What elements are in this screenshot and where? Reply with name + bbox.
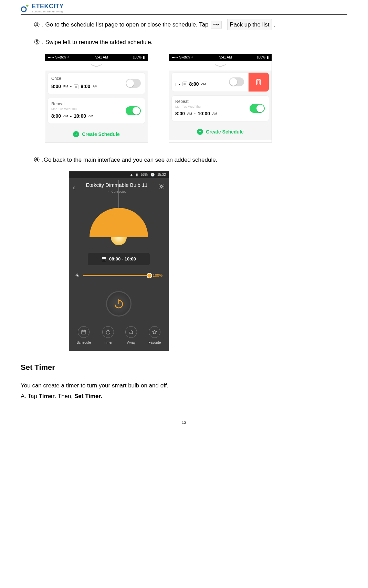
create-schedule-button[interactable]: + Create Schedule <box>172 125 269 138</box>
day-icon: ▦ <box>74 84 78 89</box>
collapse-glyph: 〜 <box>211 21 222 29</box>
sheet-handle[interactable] <box>169 61 272 71</box>
nav-timer[interactable]: Timer <box>102 326 114 345</box>
battery-icon: ▮ <box>267 55 269 60</box>
step-4-pretext: . Go to the schedule list page to open o… <box>42 20 209 29</box>
power-button[interactable] <box>106 291 132 317</box>
signal-icon: ▲ <box>130 172 133 178</box>
away-icon <box>128 329 134 335</box>
brand-name: ETEKCITY <box>32 3 64 10</box>
phone-screenshot-right: •••••Sketchᯤ 9:41 AM 100%▮ ı- ▦ <box>169 54 272 142</box>
trash-icon <box>255 78 262 86</box>
bottom-nav: Schedule Timer Away Favorite <box>69 323 169 351</box>
schedule-card-once[interactable]: Once 8:00PM - ▦ 8:00AM <box>48 73 145 94</box>
status-time: 9:41 AM <box>95 55 108 60</box>
delete-schedule-button[interactable] <box>248 73 269 91</box>
battery-icon: ▮ <box>143 55 145 60</box>
device-status: ᯤ Connected <box>86 189 147 194</box>
calendar-icon <box>81 329 86 335</box>
schedule-toggle-on[interactable] <box>250 104 265 113</box>
set-timer-description: You can create a timer to turn your smar… <box>21 381 347 390</box>
active-schedule-chip[interactable]: 08:00 - 10:00 <box>88 253 150 266</box>
svg-rect-3 <box>102 257 106 261</box>
svg-rect-6 <box>82 330 86 334</box>
device-title: Etekcity Dimmable Bulb 11 <box>86 181 147 189</box>
step-5-text: . Swipe left to remove the added schedul… <box>42 38 153 47</box>
brightness-slider[interactable]: ☀ 100% <box>69 265 169 279</box>
page-number: 13 <box>21 419 347 426</box>
bulb-illustration <box>69 197 169 245</box>
step-6: ⑥ .Go back to the main interface and you… <box>34 154 347 165</box>
battery-icon: ▮ <box>136 172 138 178</box>
wifi-icon: ᯤ <box>107 189 110 194</box>
power-icon <box>113 298 125 310</box>
timer-icon <box>105 329 111 335</box>
schedule-toggle-off[interactable] <box>126 79 141 88</box>
gear-icon <box>158 183 165 190</box>
step-6-text: .Go back to the main interface and you c… <box>42 155 217 164</box>
step-number-5: ⑤ <box>34 36 40 47</box>
nav-away[interactable]: Away <box>125 326 137 345</box>
step-5: ⑤ . Swipe left to remove the added sched… <box>34 36 347 47</box>
nav-schedule[interactable]: Schedule <box>77 326 91 345</box>
create-schedule-label: Create Schedule <box>82 130 120 138</box>
create-schedule-button[interactable]: + Create Schedule <box>48 128 145 140</box>
schedule-chip-text: 08:00 - 10:00 <box>109 256 136 263</box>
step-4-post: . <box>274 20 276 29</box>
brightness-value: 100% <box>153 272 162 279</box>
step-number-4: ④ <box>34 19 40 30</box>
step-4: ④ . Go to the schedule list page to open… <box>34 19 347 30</box>
section-heading-set-timer: Set Timer <box>21 361 347 373</box>
carrier-label: Sketch <box>55 55 66 60</box>
plus-icon: + <box>73 131 79 137</box>
android-status-bar: ▲ ▮ 56% 🕒 15:32 <box>69 171 169 178</box>
star-icon <box>152 329 157 335</box>
brightness-icon: ☀ <box>75 271 80 279</box>
wifi-icon: ᯤ <box>67 55 71 60</box>
battery-label: 100% <box>133 55 141 60</box>
schedule-card-repeat[interactable]: Repeat Mon Tue Wed Thu 8:00AM - 10:00AM <box>48 98 145 124</box>
phone-screenshot-main: ▲ ▮ 56% 🕒 15:32 ‹ Etekcity Dimmable Bulb… <box>69 171 169 351</box>
schedule-card-repeat[interactable]: Repeat Mon Tue Wed Thu 8:00AM - 10:00AM <box>172 96 269 121</box>
etekcity-logo-icon <box>21 3 30 12</box>
pack-up-label: Pack up the list <box>227 19 272 30</box>
schedule-card-swiped: ı- ▦ 8:00AM <box>172 73 269 91</box>
sheet-handle[interactable] <box>45 61 148 71</box>
settings-button[interactable] <box>158 183 165 192</box>
nav-favorite[interactable]: Favorite <box>148 326 161 345</box>
status-clock-icon: 🕒 <box>150 172 155 178</box>
phone-screenshot-left: •••••Sketchᯤ 9:41 AM 100%▮ Once 8:00PM -… <box>45 54 148 142</box>
schedule-screenshots: •••••Sketchᯤ 9:41 AM 100%▮ Once 8:00PM -… <box>45 54 347 142</box>
svg-point-0 <box>21 7 26 12</box>
status-bar: •••••Sketchᯤ 9:41 AM 100%▮ <box>169 54 272 61</box>
brand-tagline: Building on better living. <box>32 10 64 13</box>
step-number-6: ⑥ <box>34 154 40 165</box>
calendar-icon <box>102 257 106 261</box>
back-button[interactable]: ‹ <box>73 183 75 193</box>
status-bar: •••••Sketchᯤ 9:41 AM 100%▮ <box>45 54 148 61</box>
page-header: ETEKCITY Building on better living. <box>21 0 347 15</box>
svg-rect-1 <box>256 80 261 85</box>
day-icon: ▦ <box>182 82 187 86</box>
set-timer-step-a: A. Tap Timer. Then, Set Timer. <box>21 392 347 401</box>
schedule-toggle-on[interactable] <box>126 106 141 115</box>
plus-icon: + <box>197 129 203 135</box>
wifi-icon: ᯤ <box>191 55 194 60</box>
schedule-toggle-off[interactable] <box>229 77 244 86</box>
schedule-card-once[interactable]: ı- ▦ 8:00AM <box>172 73 248 91</box>
svg-point-2 <box>160 185 162 188</box>
